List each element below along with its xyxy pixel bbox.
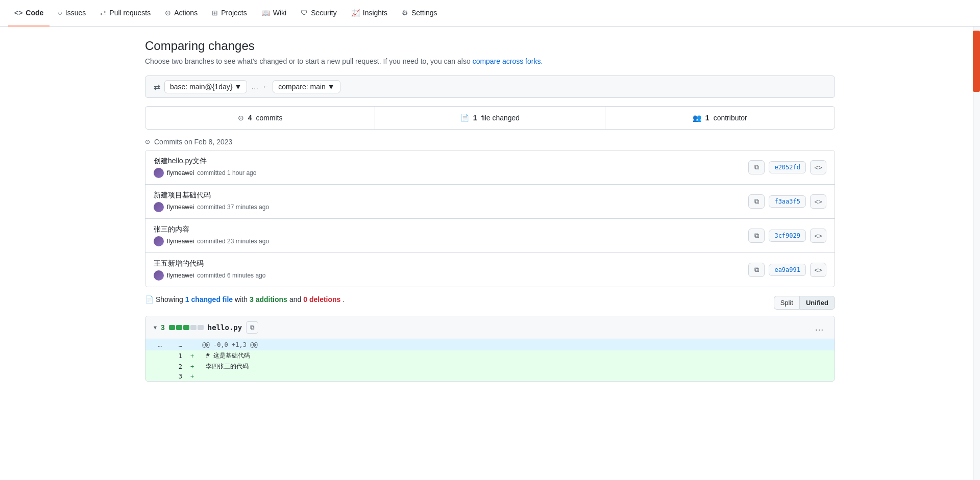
diff-hunk-num-old: … — [145, 339, 166, 350]
compare-branch-label: compare: main — [278, 83, 326, 91]
copy-commit-button[interactable]: ⧉ — [748, 229, 765, 243]
commit-author: flymeawei — [167, 204, 194, 211]
diff-line: 2 + 李四张三的代码 — [145, 361, 835, 372]
nav-label-issues: Issues — [65, 9, 86, 17]
compare-across-forks-link[interactable]: compare across forks. — [473, 57, 543, 65]
compare-branch-button[interactable]: compare: main ▼ — [273, 80, 340, 93]
diff-add-sign: + — [186, 361, 198, 372]
nav-item-code[interactable]: <> Code — [8, 0, 50, 27]
commit-author: flymeawei — [167, 169, 194, 176]
commit-hash-link[interactable]: 3cf9029 — [769, 230, 806, 242]
nav-label-code: Code — [26, 9, 43, 17]
subtitle-text: Choose two branches to see what's change… — [145, 57, 471, 65]
nav-item-settings[interactable]: ⚙ Settings — [396, 0, 444, 27]
files-label: file changed — [481, 114, 520, 122]
view-unified-button[interactable]: Unified — [799, 296, 835, 310]
copy-commit-button[interactable]: ⧉ — [748, 263, 765, 277]
base-branch-chevron: ▼ — [234, 83, 241, 91]
diff-hunk-num-new: … — [166, 339, 186, 350]
nav-item-insights[interactable]: 📈 Insights — [345, 0, 394, 27]
stat-commits[interactable]: ⊙ 4 commits — [145, 107, 375, 129]
base-branch-label: base: main@{1day} — [170, 83, 232, 91]
commit-hash-link[interactable]: f3aa3f5 — [769, 195, 806, 208]
base-branch-button[interactable]: base: main@{1day} ▼ — [164, 80, 247, 93]
diff-additions: 3 additions — [250, 295, 287, 304]
diff-changed-file-link[interactable]: 1 changed file — [185, 295, 233, 304]
scrollbar-thumb[interactable] — [973, 31, 980, 92]
copy-commit-button[interactable]: ⧉ — [748, 160, 765, 174]
wiki-icon: 📖 — [261, 9, 270, 17]
diff-change-count: 3 — [161, 323, 165, 332]
commit-author: flymeawei — [167, 272, 194, 279]
nav-item-pull-requests[interactable]: ⇄ Pull requests — [94, 0, 157, 27]
diff-line: 3 + — [145, 372, 835, 381]
file-diff-icon: 📄 — [145, 295, 154, 304]
avatar — [154, 236, 164, 246]
browse-files-button[interactable]: <> — [810, 229, 826, 243]
diff-bar-1 — [169, 325, 175, 330]
diff-hunk-range: @@ -0,0 +1,3 @@ — [198, 339, 835, 350]
diff-old-line-num — [145, 350, 166, 361]
diff-filename: hello.py — [208, 323, 242, 332]
commits-date-header: ⊙ Commits on Feb 8, 2023 — [145, 138, 835, 146]
commit-time: committed 6 minutes ago — [197, 272, 265, 279]
scrollbar-track[interactable] — [973, 0, 980, 394]
commit-hash-link[interactable]: e2052fd — [769, 161, 806, 173]
browse-files-button[interactable]: <> — [810, 160, 826, 174]
diff-old-line-num — [145, 361, 166, 372]
view-split-button[interactable]: Split — [774, 296, 799, 310]
browse-files-button[interactable]: <> — [810, 263, 826, 277]
diff-old-line-num — [145, 372, 166, 381]
stats-bar: ⊙ 4 commits 📄 1 file changed 👥 1 contrib… — [145, 106, 835, 130]
copy-commit-button[interactable]: ⧉ — [748, 194, 765, 209]
security-icon: 🛡 — [301, 9, 308, 17]
nav-item-wiki[interactable]: 📖 Wiki — [255, 0, 292, 27]
commit-dot-icon: ⊙ — [145, 138, 150, 145]
diff-new-line-num: 3 — [166, 372, 186, 381]
commits-label: commits — [256, 114, 283, 122]
diff-file: ▾ 3 hello.py ⧉ … … … — [145, 316, 835, 382]
diff-new-line-num: 2 — [166, 361, 186, 372]
commit-message: 新建项目基础代码 — [154, 191, 269, 200]
issues-icon: ○ — [58, 9, 62, 17]
stat-files[interactable]: 📄 1 file changed — [375, 107, 605, 129]
main-content: Comparing changes Choose two branches to… — [133, 27, 847, 394]
swap-icon[interactable]: ⇄ — [154, 82, 160, 92]
page-title: Comparing changes — [145, 39, 835, 53]
diff-line: 1 + # 这是基础代码 — [145, 350, 835, 361]
commit-left: 新建项目基础代码 flymeawei committed 37 minutes … — [154, 191, 269, 212]
page-subtitle: Choose two branches to see what's change… — [145, 57, 835, 65]
diff-hunk-sign — [186, 339, 198, 350]
nav-label-wiki: Wiki — [273, 9, 286, 17]
nav-label-actions: Actions — [174, 9, 198, 17]
avatar — [154, 202, 164, 212]
nav-item-security[interactable]: 🛡 Security — [295, 0, 343, 27]
nav-label-pull-requests: Pull requests — [109, 9, 151, 17]
stat-contributors[interactable]: 👥 1 contributor — [605, 107, 835, 129]
diff-menu-button[interactable]: … — [812, 320, 826, 335]
diff-collapse-icon[interactable]: ▾ — [154, 324, 157, 331]
commit-right: ⧉ ea9a991 <> — [748, 263, 826, 277]
copy-filename-button[interactable]: ⧉ — [246, 321, 258, 334]
files-icon: 📄 — [460, 114, 469, 122]
projects-icon: ⊞ — [212, 9, 218, 17]
diff-showing: Showing — [156, 295, 183, 304]
diff-deletions: 0 deletions — [303, 295, 340, 304]
commit-right: ⧉ f3aa3f5 <> — [748, 194, 826, 209]
commits-section: ⊙ Commits on Feb 8, 2023 创建hello.py文件 fl… — [145, 138, 835, 287]
nav-item-issues[interactable]: ○ Issues — [52, 0, 92, 27]
diff-header-row: 📄 Showing 1 changed file with 3 addition… — [145, 295, 835, 310]
commit-hash-link[interactable]: ea9a991 — [769, 264, 806, 276]
nav-label-insights: Insights — [363, 9, 387, 17]
nav-item-projects[interactable]: ⊞ Projects — [206, 0, 253, 27]
diff-and: and — [289, 295, 301, 304]
nav-item-actions[interactable]: ⊙ Actions — [159, 0, 204, 27]
browse-files-button[interactable]: <> — [810, 194, 826, 209]
commit-row: 创建hello.py文件 flymeawei committed 1 hour … — [145, 150, 835, 185]
nav-bar: <> Code ○ Issues ⇄ Pull requests ⊙ Actio… — [0, 0, 980, 27]
actions-icon: ⊙ — [165, 9, 171, 17]
commit-meta: flymeawei committed 37 minutes ago — [154, 202, 269, 212]
diff-summary: 📄 Showing 1 changed file with 3 addition… — [145, 295, 345, 304]
diff-line-content: 李四张三的代码 — [198, 361, 835, 372]
contributors-icon: 👥 — [693, 114, 701, 122]
